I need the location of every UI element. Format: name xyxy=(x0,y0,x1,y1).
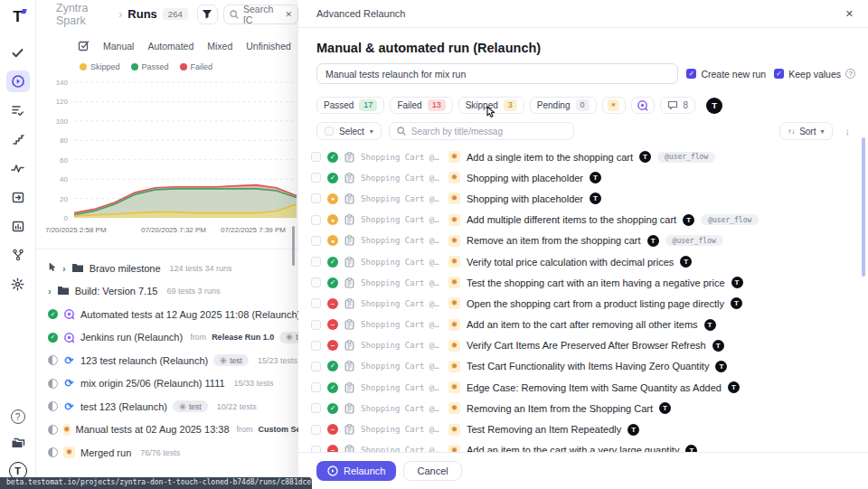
run-row[interactable]: ⟳mix origin 25/06 (Relaunch) 111115/33 t… xyxy=(36,372,298,396)
test-row[interactable]: ✓Shopping Cart @…✸Removing an Item from … xyxy=(311,398,868,418)
test-row[interactable]: ✓Shopping Cart @…✸Test Cart Functionalit… xyxy=(311,356,868,377)
projects-folder-icon[interactable] xyxy=(6,432,30,454)
keep-values-checkbox[interactable]: ✓ Keep values ? xyxy=(774,69,855,80)
test-checkbox[interactable] xyxy=(311,215,321,225)
steps-nav-icon[interactable] xyxy=(6,128,30,150)
test-checkbox[interactable] xyxy=(311,257,321,267)
status-filter-chips: Passed17Failed13Skipped3Pending0 ✶ 8 T xyxy=(316,97,850,114)
runs-folder-row[interactable]: ›Build: Version 7.1569 tests 3 runs xyxy=(36,280,298,304)
manual-sparkle-icon: ✸ xyxy=(448,445,460,452)
test-checkbox[interactable] xyxy=(311,236,321,246)
test-suite-prefix: Shopping Cart @… xyxy=(361,153,442,162)
settings-gear-icon[interactable] xyxy=(6,273,30,295)
suites-nav-icon[interactable] xyxy=(6,99,30,121)
automated-filter-chip[interactable] xyxy=(631,97,655,114)
assignee-avatar[interactable]: T xyxy=(706,98,722,114)
select-dropdown[interactable]: Select ▾ xyxy=(316,122,382,140)
clear-search-icon[interactable]: ✕ xyxy=(285,10,292,19)
runs-folder-row[interactable]: ›Bravo milestone124 tests 34 runs xyxy=(36,257,298,280)
test-row[interactable]: –Shopping Cart @…✸Test Removing an Item … xyxy=(311,418,868,439)
test-checkbox[interactable] xyxy=(311,403,321,413)
test-row[interactable]: ✓Shopping Cart @…✸Edge Case: Removing It… xyxy=(311,377,868,398)
tab-unfinished[interactable]: Unfinished xyxy=(246,41,291,52)
keep-values-help-icon[interactable]: ? xyxy=(845,69,855,79)
create-new-run-checkbox[interactable]: ✓ Create new run xyxy=(686,69,766,80)
test-checkbox[interactable] xyxy=(311,152,321,162)
tests-search-input[interactable]: Search by title/messag xyxy=(389,122,574,140)
search-icon xyxy=(230,10,239,19)
run-row[interactable]: ✓Jenkins run (Relaunch)fromRelease Run 1… xyxy=(36,326,298,350)
chevron-right-icon[interactable]: › xyxy=(48,286,52,296)
clipboard-icon xyxy=(344,235,354,246)
test-row[interactable]: ✓Shopping Cart @…✸Add a single item to t… xyxy=(311,146,868,167)
test-checkbox[interactable] xyxy=(311,298,321,308)
test-suite-prefix: Shopping Cart @… xyxy=(361,425,442,434)
download-icon[interactable]: ↓ xyxy=(840,126,856,136)
failed-filter-chip[interactable]: Failed13 xyxy=(390,97,452,114)
sync-icon: ⟳ xyxy=(63,400,75,412)
tests-scrollbar[interactable] xyxy=(862,137,865,277)
chevron-right-icon[interactable]: › xyxy=(62,263,66,274)
test-row[interactable]: –Shopping Cart @…✸Add an item to the car… xyxy=(311,440,868,452)
modal-close-icon[interactable]: ✕ xyxy=(845,8,854,20)
test-status-passed-icon: ✓ xyxy=(327,257,338,268)
test-row[interactable]: –Shopping Cart @…✸Open the shopping cart… xyxy=(311,293,868,314)
reports-nav-icon[interactable] xyxy=(6,215,30,237)
filter-button[interactable] xyxy=(197,5,218,24)
panel-scrollbar[interactable] xyxy=(292,226,295,266)
manual-sparkle-icon: ✸ xyxy=(448,297,460,309)
runs-search-input[interactable]: Search [C ✕ xyxy=(223,5,298,24)
test-checkbox[interactable] xyxy=(311,382,321,392)
test-row[interactable]: ✓Shopping Cart @…✸Verify total price cal… xyxy=(311,251,868,272)
pending-filter-chip[interactable]: Pending0 xyxy=(530,97,597,114)
test-row[interactable]: ●Shopping Cart @…✸Shopping with placehol… xyxy=(311,188,868,209)
test-row[interactable]: –Shopping Cart @…✸Verify Cart Items Are … xyxy=(311,335,868,356)
select-all-checkbox[interactable] xyxy=(325,127,334,136)
tab-automated[interactable]: Automated xyxy=(147,41,193,52)
test-row[interactable]: ✓Shopping Cart @…✸Test the shopping cart… xyxy=(311,272,868,293)
test-checkbox[interactable] xyxy=(311,446,321,452)
test-checkbox[interactable] xyxy=(311,362,321,371)
clipboard-icon xyxy=(344,152,354,163)
assignee-avatar: T xyxy=(647,235,659,247)
select-edit-icon[interactable] xyxy=(78,40,90,52)
test-row[interactable]: ●Shopping Cart @…✸Remove an item from th… xyxy=(311,230,868,251)
run-row[interactable]: ✸Merged run76/76 tests xyxy=(36,441,298,465)
run-row[interactable]: ⟳123 test relaunch (Relaunch)test15/23 t… xyxy=(36,349,298,372)
analytics-nav-icon[interactable] xyxy=(6,157,30,179)
runs-chart: 0204060801001201407/20/2025 2:58 PM07/20… xyxy=(38,73,298,241)
relaunch-button[interactable]: Relaunch xyxy=(316,461,396,481)
run-row[interactable]: ⟳test 123 (Relaunch)test10/22 tests xyxy=(36,395,298,418)
manual-sparkle-icon: ✸ xyxy=(448,277,460,288)
test-row[interactable]: ✓Shopping Cart @…✸Shopping with placehol… xyxy=(311,167,868,188)
comments-filter-chip[interactable]: 8 xyxy=(660,97,696,114)
app-logo[interactable]: T xyxy=(8,7,28,27)
manual-filter-chip[interactable]: ✶ xyxy=(602,97,626,114)
tab-mixed[interactable]: Mixed xyxy=(207,41,232,52)
tab-manual[interactable]: Manual xyxy=(103,41,134,52)
run-row[interactable]: ✓Automated tests at 12 Aug 2025 11:08 (R… xyxy=(36,303,298,326)
test-checkbox[interactable] xyxy=(311,193,321,203)
test-checkbox[interactable] xyxy=(311,341,321,351)
run-from-name: Custom Selection xyxy=(259,425,298,434)
sort-button[interactable]: ↑↓ Sort ▾ xyxy=(779,122,832,140)
breadcrumb-project[interactable]: Zyntra Spark xyxy=(56,2,113,27)
test-checkbox[interactable] xyxy=(311,320,321,330)
clipboard-icon xyxy=(344,214,354,225)
test-title: Shopping with placeholder xyxy=(467,193,583,204)
test-checkbox[interactable] xyxy=(311,173,321,183)
run-name-input[interactable]: Manual tests relaunch for mix run xyxy=(316,63,678,84)
test-checkbox[interactable] xyxy=(311,425,321,435)
run-name: Merged run xyxy=(80,447,131,458)
cancel-button[interactable]: Cancel xyxy=(403,461,461,481)
test-checkbox[interactable] xyxy=(311,277,321,287)
runs-nav-icon[interactable] xyxy=(6,71,30,92)
import-nav-icon[interactable] xyxy=(6,186,30,208)
test-row[interactable]: ●Shopping Cart @…✸Add multiple different… xyxy=(311,210,868,230)
test-row[interactable]: –Shopping Cart @…✸Add an item to the car… xyxy=(311,315,868,335)
help-icon[interactable]: ? xyxy=(11,409,25,424)
branch-nav-icon[interactable] xyxy=(6,244,30,266)
passed-filter-chip[interactable]: Passed17 xyxy=(316,97,384,114)
checks-nav-icon[interactable] xyxy=(6,42,30,63)
run-row[interactable]: ✸Manual tests at 02 Aug 2025 13:38fromCu… xyxy=(36,418,298,442)
